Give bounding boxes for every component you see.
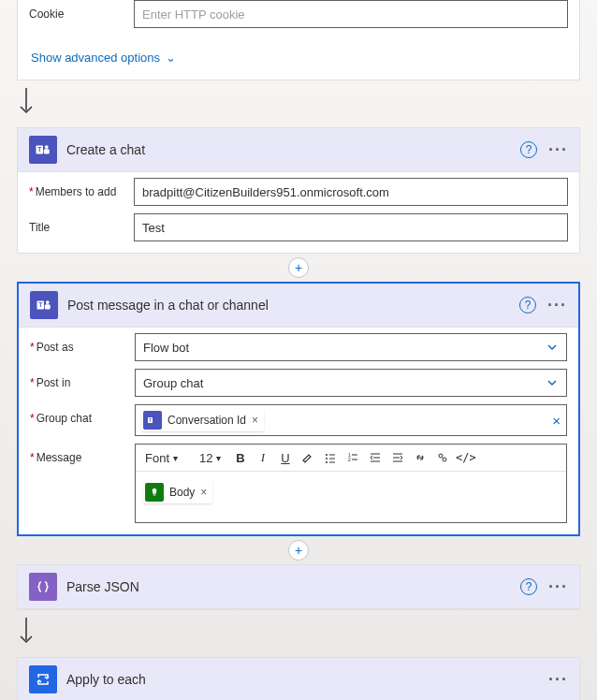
post-message-card: T Post message in a chat or channel ? ··… xyxy=(17,282,580,536)
font-family-select[interactable]: Font ▾ xyxy=(141,449,192,467)
svg-rect-8 xyxy=(45,304,51,309)
italic-icon[interactable]: I xyxy=(254,448,272,467)
group-chat-input[interactable]: T Conversation Id × × xyxy=(135,404,567,436)
post-as-row: *Post as Flow bot xyxy=(30,333,567,361)
post-as-select[interactable]: Flow bot xyxy=(135,333,567,361)
help-icon[interactable]: ? xyxy=(519,297,536,314)
svg-text:2: 2 xyxy=(348,457,351,462)
group-chat-label: *Group chat xyxy=(30,404,135,425)
svg-rect-4 xyxy=(44,149,50,153)
svg-line-29 xyxy=(443,458,444,459)
chat-title-input[interactable]: Test xyxy=(134,213,568,241)
clear-input-icon[interactable]: × xyxy=(552,413,561,429)
font-size-select[interactable]: 12 ▾ xyxy=(196,449,227,467)
chevron-down-icon xyxy=(546,376,559,389)
post-as-value: Flow bot xyxy=(143,341,189,355)
conversation-id-token[interactable]: T Conversation Id × xyxy=(141,409,264,431)
more-actions-icon[interactable]: ··· xyxy=(548,140,568,160)
underline-icon[interactable]: U xyxy=(276,448,295,467)
message-label: *Message xyxy=(30,444,135,464)
token-label: Conversation Id xyxy=(167,414,246,427)
token-label: Body xyxy=(169,486,195,499)
cookie-label: Cookie xyxy=(29,0,134,21)
chevron-down-icon: ⌄ xyxy=(166,51,176,65)
code-view-icon[interactable]: </> xyxy=(456,448,476,467)
create-chat-header[interactable]: T Create a chat ? ··· xyxy=(18,128,579,172)
message-body-area[interactable]: Body × xyxy=(136,472,566,522)
lightbulb-icon xyxy=(145,483,164,502)
svg-point-3 xyxy=(45,145,49,149)
body-token[interactable]: Body × xyxy=(143,481,212,503)
indent-icon[interactable] xyxy=(388,448,407,467)
svg-point-13 xyxy=(326,458,328,459)
post-as-label: *Post as xyxy=(30,333,135,354)
create-chat-card: T Create a chat ? ··· *Members to add br… xyxy=(17,127,580,254)
chevron-down-icon xyxy=(546,341,559,354)
connector-arrow xyxy=(17,80,580,127)
advanced-options-label: Show advanced options xyxy=(31,51,160,65)
teams-icon: T xyxy=(143,411,162,430)
more-actions-icon[interactable]: ··· xyxy=(548,670,568,690)
group-chat-row: *Group chat T Conversation Id × × xyxy=(30,404,567,436)
link-icon[interactable] xyxy=(411,448,430,467)
title-row: Title Test xyxy=(29,213,568,241)
http-action-card-bottom: Cookie Enter HTTP cookie Show advanced o… xyxy=(17,0,580,80)
caret-down-icon: ▾ xyxy=(173,453,178,463)
cookie-input[interactable]: Enter HTTP cookie xyxy=(134,0,568,28)
parse-json-card: Parse JSON ? ··· xyxy=(17,564,580,610)
connector-arrow xyxy=(17,610,580,657)
apply-to-each-header[interactable]: Apply to each ··· xyxy=(18,658,579,700)
more-actions-icon[interactable]: ··· xyxy=(548,577,568,597)
more-actions-icon[interactable]: ··· xyxy=(547,296,567,315)
flow-designer-canvas: Cookie Enter HTTP cookie Show advanced o… xyxy=(0,0,597,700)
bold-icon[interactable]: B xyxy=(231,448,250,467)
members-input[interactable]: bradpitt@CitizenBuilders951.onmicrosoft.… xyxy=(134,178,568,206)
highlight-icon[interactable] xyxy=(298,448,317,467)
svg-point-28 xyxy=(443,458,446,461)
parse-json-title: Parse JSON xyxy=(66,579,520,594)
add-step-button[interactable]: + xyxy=(288,257,309,278)
create-chat-title: Create a chat xyxy=(66,142,520,157)
help-icon[interactable]: ? xyxy=(520,578,537,595)
post-message-header[interactable]: T Post message in a chat or channel ? ··… xyxy=(19,284,578,328)
members-row: *Members to add bradpitt@CitizenBuilders… xyxy=(29,178,568,206)
post-in-row: *Post in Group chat xyxy=(30,369,567,397)
svg-point-11 xyxy=(326,454,328,456)
post-in-select[interactable]: Group chat xyxy=(135,369,567,397)
message-row: *Message Font ▾ 12 ▾ B I U xyxy=(30,444,567,523)
chat-title-label: Title xyxy=(29,213,134,234)
members-label: *Members to add xyxy=(29,178,134,198)
attach-icon[interactable] xyxy=(433,448,452,467)
apply-to-each-title: Apply to each xyxy=(66,672,548,687)
teams-icon: T xyxy=(30,291,58,319)
add-step-button[interactable]: + xyxy=(288,540,309,561)
svg-point-27 xyxy=(439,454,443,458)
svg-text:T: T xyxy=(149,418,152,423)
bullet-list-icon[interactable] xyxy=(321,448,340,467)
parse-json-icon xyxy=(29,573,57,601)
cookie-row: Cookie Enter HTTP cookie xyxy=(29,0,568,28)
post-in-value: Group chat xyxy=(143,376,203,390)
parse-json-header[interactable]: Parse JSON ? ··· xyxy=(18,565,579,609)
teams-icon: T xyxy=(29,136,57,164)
show-advanced-options-link[interactable]: Show advanced options ⌄ xyxy=(18,39,579,80)
message-richtext[interactable]: Font ▾ 12 ▾ B I U xyxy=(135,444,567,523)
post-message-title: Post message in a chat or channel xyxy=(67,298,519,313)
svg-point-15 xyxy=(326,461,328,463)
outdent-icon[interactable] xyxy=(366,448,385,467)
loop-icon xyxy=(29,665,57,693)
help-icon[interactable]: ? xyxy=(520,141,537,158)
apply-to-each-card: Apply to each ··· xyxy=(17,657,580,700)
svg-point-7 xyxy=(46,300,50,304)
remove-token-icon[interactable]: × xyxy=(252,414,258,427)
rte-toolbar: Font ▾ 12 ▾ B I U xyxy=(136,445,566,472)
remove-token-icon[interactable]: × xyxy=(200,486,207,499)
caret-down-icon: ▾ xyxy=(216,453,221,463)
post-in-label: *Post in xyxy=(30,369,135,389)
number-list-icon[interactable]: 12 xyxy=(343,448,362,467)
